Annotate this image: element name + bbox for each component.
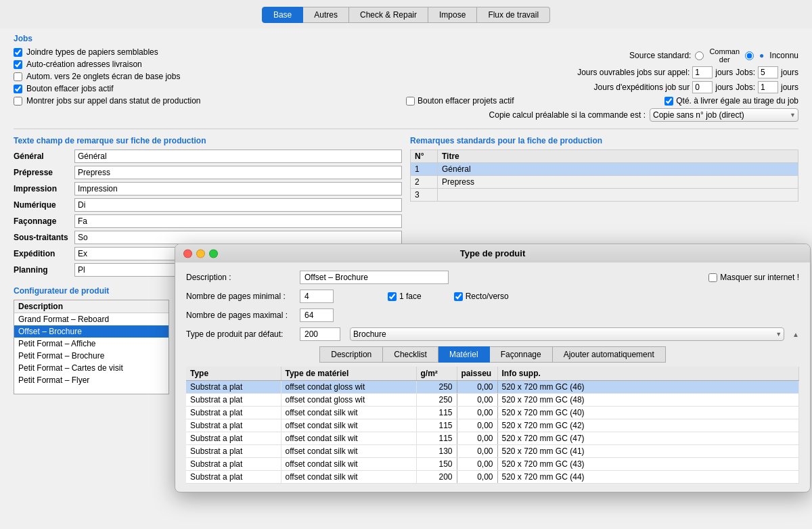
tab-impose[interactable]: Impose bbox=[428, 7, 477, 23]
col-num: N° bbox=[411, 150, 438, 163]
material-table-row[interactable]: Substrat a plat offset condat gloss wit … bbox=[186, 381, 799, 394]
defaut-value-input[interactable] bbox=[300, 327, 340, 341]
field-general-label: Général bbox=[14, 152, 74, 161]
jours-exp-input[interactable] bbox=[692, 81, 713, 93]
copie-select[interactable]: Copie sans n° job (direct) Autre option bbox=[650, 108, 798, 122]
cb-montrer-label: Montrer jobs sur appel dans statut de pr… bbox=[26, 96, 200, 106]
modal-tab-ajouter[interactable]: Ajouter automatiquement bbox=[553, 346, 666, 363]
remarques-title: Remarques standards pour la fiche de pro… bbox=[410, 136, 798, 145]
modal-tab-faconnage[interactable]: Façonnage bbox=[490, 346, 553, 363]
modal-tab-checklist[interactable]: Checklist bbox=[383, 346, 438, 363]
texte-champ-title: Texte champ de remarque sur fiche de pro… bbox=[14, 136, 402, 145]
source-label: Source standard: bbox=[629, 51, 691, 60]
mat-row-gsm: 115 bbox=[416, 407, 457, 419]
defaut-select[interactable]: Brochure bbox=[350, 327, 784, 341]
jours-ouvrables-row: Jours ouvrables jobs sur appel: jours Jo… bbox=[406, 66, 798, 78]
copie-label: Copie calcul préalable si la commande es… bbox=[489, 110, 646, 120]
tab-check-repair[interactable]: Check & Repair bbox=[349, 7, 428, 23]
cb-montrer[interactable] bbox=[14, 97, 22, 106]
remarques-table: N° Titre 1 Général 2 Prepress bbox=[410, 150, 798, 202]
modal-description-input[interactable] bbox=[300, 271, 449, 284]
minimize-button[interactable] bbox=[196, 249, 205, 258]
copie-row: Copie calcul préalable si la commande es… bbox=[406, 108, 798, 122]
material-table: Type Type de matériel g/m² paisseu Info … bbox=[186, 367, 799, 484]
material-table-container[interactable]: Type Type de matériel g/m² paisseu Info … bbox=[186, 367, 799, 484]
radio-inconnu[interactable] bbox=[745, 51, 754, 60]
mat-row-info: 520 x 720 mm GC (42) bbox=[497, 419, 799, 432]
tab-base[interactable]: Base bbox=[262, 7, 303, 23]
cb-autom[interactable] bbox=[14, 72, 22, 81]
jobs2-input[interactable] bbox=[758, 81, 778, 93]
scroll-arrow: ▲ bbox=[792, 331, 799, 338]
config-list-header: Description bbox=[14, 300, 168, 313]
field-faconnage-input[interactable] bbox=[74, 214, 402, 228]
field-faconnage-label: Façonnage bbox=[14, 216, 74, 226]
jours-exp-label: Jours d'expéditions job sur bbox=[594, 83, 690, 92]
list-item[interactable]: Petit Format – Cartes de visit bbox=[14, 362, 168, 374]
masquer-checkbox[interactable] bbox=[708, 273, 717, 282]
mat-row-info: 520 x 720 mm GC (47) bbox=[497, 432, 799, 445]
material-table-row[interactable]: Substrat a plat offset condat silk wit 1… bbox=[186, 407, 799, 419]
mat-row-pais: 0,00 bbox=[457, 458, 497, 471]
cb-bouton[interactable] bbox=[14, 85, 22, 93]
face-checkbox[interactable] bbox=[388, 292, 397, 301]
modal-tabs: Description Checklist Matériel Façonnage… bbox=[186, 346, 799, 363]
field-numerique-label: Numérique bbox=[14, 200, 74, 210]
table-row[interactable]: 3 bbox=[411, 189, 798, 202]
face-label-wrapper: 1 face bbox=[388, 292, 422, 301]
list-item[interactable]: Petit Format – Affiche bbox=[14, 338, 168, 350]
mat-row-pais: 0,00 bbox=[457, 445, 497, 458]
cb-joindre[interactable] bbox=[14, 48, 22, 57]
tab-flux[interactable]: Flux de travail bbox=[477, 7, 550, 23]
list-item[interactable]: Petit Format – Flyer bbox=[14, 374, 168, 386]
radio-commande[interactable] bbox=[695, 51, 704, 60]
pages-max-input[interactable] bbox=[300, 308, 334, 322]
recto-checkbox[interactable] bbox=[454, 292, 463, 301]
check-row-4: Bouton effacer jobs actif bbox=[14, 84, 406, 93]
cb-autocreation[interactable] bbox=[14, 60, 22, 69]
pages-min-input[interactable] bbox=[300, 290, 334, 303]
list-item-selected[interactable]: Offset – Brochure bbox=[14, 325, 168, 338]
pages-max-label: Nombre de pages maximal : bbox=[186, 310, 294, 320]
maximize-button[interactable] bbox=[209, 249, 218, 258]
mat-row-pais: 0,00 bbox=[457, 407, 497, 419]
list-item[interactable]: Petit Format – Brochure bbox=[14, 350, 168, 362]
field-general-input[interactable] bbox=[74, 150, 402, 163]
mat-row-mat: offset condat gloss wit bbox=[281, 381, 416, 394]
list-item[interactable]: Grand Format – Reboard bbox=[14, 313, 168, 325]
modal-tab-materiel[interactable]: Matériel bbox=[438, 346, 490, 363]
mat-row-mat: offset condat silk wit bbox=[281, 445, 416, 458]
field-soustraitants-input[interactable] bbox=[74, 231, 402, 244]
mat-row-gsm: 130 bbox=[416, 445, 457, 458]
table-row[interactable]: 1 Général bbox=[411, 163, 798, 176]
row3-num: 3 bbox=[411, 189, 438, 202]
jours-ouvrables-input[interactable] bbox=[692, 66, 713, 78]
mat-row-gsm: 150 bbox=[416, 458, 457, 471]
material-table-row[interactable]: Substrat a plat offset condat silk wit 1… bbox=[186, 419, 799, 432]
config-list[interactable]: Description Grand Format – Reboard Offse… bbox=[14, 300, 169, 394]
modal-type-produit: Type de produit Description : Masquer su… bbox=[175, 244, 811, 492]
tab-autres[interactable]: Autres bbox=[303, 7, 349, 23]
mat-row-type: Substrat a plat bbox=[186, 432, 281, 445]
material-table-row[interactable]: Substrat a plat offset condat gloss wit … bbox=[186, 394, 799, 407]
jobs1-input[interactable] bbox=[758, 66, 778, 78]
mat-row-gsm: 115 bbox=[416, 432, 457, 445]
close-button[interactable] bbox=[183, 249, 192, 258]
field-impression-input[interactable] bbox=[74, 182, 402, 196]
cb-qte[interactable] bbox=[664, 97, 673, 106]
row1-titre: Général bbox=[438, 163, 798, 176]
table-row[interactable]: 2 Prepress bbox=[411, 176, 798, 189]
cb-bouton-projets[interactable] bbox=[406, 97, 415, 106]
material-table-row[interactable]: Substrat a plat offset condat silk wit 1… bbox=[186, 458, 799, 471]
material-table-row[interactable]: Substrat a plat offset condat silk wit 1… bbox=[186, 432, 799, 445]
material-table-row[interactable]: Substrat a plat offset condat silk wit 1… bbox=[186, 445, 799, 458]
mat-row-pais: 0,00 bbox=[457, 432, 497, 445]
field-prepresse-input[interactable] bbox=[74, 166, 402, 179]
source-row: Source standard: Comman der ● Inconnu bbox=[406, 47, 798, 64]
jobs-left: Joindre types de papiers semblables Auto… bbox=[14, 47, 406, 124]
material-table-row[interactable]: Substrat a plat offset condat silk wit 2… bbox=[186, 471, 799, 484]
mat-row-type: Substrat a plat bbox=[186, 407, 281, 419]
modal-tab-description[interactable]: Description bbox=[319, 346, 383, 363]
field-numerique-input[interactable] bbox=[74, 198, 402, 212]
bouton-qte-row: Bouton effacer projets actif Qté. à livr… bbox=[406, 96, 798, 106]
